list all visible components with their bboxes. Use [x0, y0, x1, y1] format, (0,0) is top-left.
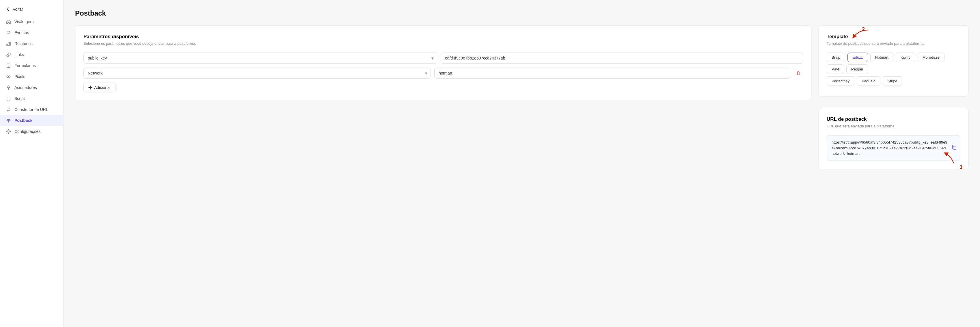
template-buttons-row-1: Braip Eduzz Hotmart Kiwify Monetizze Pay… [827, 53, 960, 74]
sidebar-item-construtor-de-url[interactable]: Construtor de URL [0, 104, 63, 115]
sidebar-item-script[interactable]: Script [0, 93, 63, 104]
sidebar-item-label: Acionadores [14, 85, 37, 90]
url-card: URL de postback URL que será enviada par… [818, 108, 969, 169]
template-btn-perfectpay[interactable]: Perfectpay [827, 76, 854, 86]
template-btn-monetizze[interactable]: Monetizze [918, 53, 945, 62]
params-title: Parâmetros disponíveis [83, 34, 803, 40]
template-title: Template [827, 34, 960, 40]
bar-chart-icon [6, 41, 11, 46]
sidebar-item-label: Configurações [14, 129, 40, 134]
template-btn-braip[interactable]: Braip [827, 53, 845, 62]
sidebar-item-label: Formulários [14, 63, 36, 68]
sidebar-item-postback[interactable]: Postback 1 [0, 115, 63, 126]
gear-icon [6, 129, 11, 134]
sidebar-item-eventos[interactable]: Eventos [0, 27, 63, 38]
delete-row-button[interactable] [794, 69, 803, 78]
copy-icon [952, 145, 957, 150]
sidebar-item-label: Links [14, 52, 24, 57]
flag-icon [6, 30, 11, 35]
template-btn-hotmart[interactable]: Hotmart [870, 53, 893, 62]
sidebar-item-relatorios[interactable]: Relatórios [0, 38, 63, 49]
param-select-wrapper-2: Network [83, 68, 431, 78]
code-icon [6, 74, 11, 79]
svg-line-10 [8, 108, 8, 112]
file-icon [6, 63, 11, 68]
arrow-left-icon [6, 7, 10, 11]
sidebar-item-label: Construtor de URL [14, 107, 48, 112]
svg-point-7 [8, 87, 9, 88]
svg-rect-1 [8, 43, 9, 46]
sidebar-item-label: Relatórios [14, 41, 33, 46]
page-title: Postback [75, 9, 969, 18]
template-btn-kiwify[interactable]: Kiwify [896, 53, 915, 62]
back-label: Voltar [13, 7, 23, 11]
back-button[interactable]: Voltar [0, 5, 63, 16]
annotation-3: 3 [959, 164, 963, 171]
rocket-icon [6, 85, 11, 90]
add-label: Adicionar [94, 85, 111, 90]
template-btn-pagueio[interactable]: Pagueio [857, 76, 880, 86]
link-icon [6, 52, 11, 57]
trash-icon [795, 70, 801, 76]
sidebar-item-visao-geral[interactable]: Visão geral [0, 16, 63, 27]
template-card: Template Template do postback que será e… [818, 26, 969, 96]
sidebar: Voltar Visão geral Eventos Relatórios [0, 0, 64, 327]
template-btn-stripe[interactable]: Stripe [883, 76, 902, 86]
hash-icon [6, 107, 11, 112]
sidebar-item-label: Script [14, 96, 25, 101]
sidebar-item-links[interactable]: Links [0, 49, 63, 60]
sidebar-item-label: Visão geral [14, 19, 35, 24]
sidebar-item-formularios[interactable]: Formulários [0, 60, 63, 71]
svg-point-12 [8, 122, 9, 123]
sidebar-item-acionadores[interactable]: Acionadores [0, 82, 63, 93]
plus-icon [88, 86, 92, 89]
param-row-2: Network [83, 68, 803, 78]
right-panel: Template Template do postback que será e… [818, 26, 969, 169]
params-card: Parâmetros disponíveis Selecione os parâ… [75, 26, 811, 101]
template-btn-eduzz[interactable]: Eduzz [848, 53, 868, 62]
annotation-2: 2 [862, 26, 865, 32]
param-select-wrapper-1: public_key [83, 53, 437, 64]
template-subtitle: Template do postback que será enviado pa… [827, 41, 960, 46]
home-icon [6, 19, 11, 24]
param-select-2[interactable]: Network [83, 68, 431, 78]
add-param-button[interactable]: Adicionar [83, 83, 116, 93]
sidebar-item-configuracoes[interactable]: Configurações [0, 126, 63, 137]
svg-rect-14 [953, 146, 956, 149]
wifi-icon [6, 118, 11, 123]
url-text: https://jstrc.app/w/6560af3f34b055f74253… [832, 140, 947, 156]
sidebar-item-label: Pixels [14, 74, 25, 79]
svg-point-13 [8, 131, 9, 132]
param-input-1[interactable] [441, 53, 803, 64]
template-btn-payt[interactable]: Payt [827, 64, 844, 74]
url-box: https://jstrc.app/w/6560af3f34b055f74253… [827, 135, 960, 161]
param-row-1: public_key [83, 53, 803, 64]
sidebar-item-label: Eventos [14, 30, 29, 35]
content-grid: Parâmetros disponíveis Selecione os parâ… [75, 26, 969, 169]
template-buttons-row-2: Perfectpay Pagueio Stripe [827, 76, 960, 86]
brackets-icon [6, 96, 11, 101]
svg-rect-0 [6, 44, 8, 46]
param-select-1[interactable]: public_key [83, 53, 437, 64]
copy-url-button[interactable] [952, 145, 957, 151]
url-subtitle: URL que será enviada para a plataforma. [827, 124, 960, 128]
svg-rect-2 [10, 42, 10, 46]
template-btn-pepper[interactable]: Pepper [846, 64, 868, 74]
main-content: Postback Parâmetros disponíveis Selecion… [64, 0, 980, 327]
url-title: URL de postback [827, 116, 960, 122]
params-subtitle: Selecione os parâmetros que você deseja … [83, 41, 803, 46]
sidebar-item-label: Postback [14, 118, 32, 123]
sidebar-item-pixels[interactable]: Pixels [0, 71, 63, 82]
param-input-2[interactable] [434, 68, 790, 78]
